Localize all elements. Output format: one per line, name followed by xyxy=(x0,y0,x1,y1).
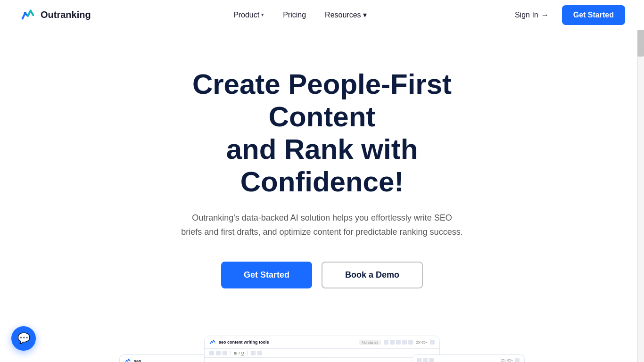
hero-buttons: Get Started Book a Demo xyxy=(221,262,423,288)
bold-label: B xyxy=(234,352,237,355)
icon-1 xyxy=(384,340,388,345)
chevron-down-icon: ▾ xyxy=(363,10,367,19)
chevron-down-icon: ▾ xyxy=(261,12,264,18)
main-title: seo content writing tools xyxy=(219,340,269,345)
nav-resources[interactable]: Resources ▾ xyxy=(317,7,374,23)
format-icon-2 xyxy=(216,351,221,355)
nav-pricing[interactable]: Pricing xyxy=(275,7,314,23)
get-started-hero-button[interactable]: Get Started xyxy=(221,262,312,288)
get-started-nav-button[interactable]: Get Started xyxy=(562,5,625,25)
mock-toolbar-main: seo content writing tools Not started 25… xyxy=(205,336,439,349)
nav-resources-label: Resources xyxy=(325,11,361,19)
signin-label: Sign In xyxy=(515,11,538,19)
refresh-icon xyxy=(430,340,435,345)
sep xyxy=(231,351,231,355)
hero-title: Create People-First Content and Rank wit… xyxy=(157,68,487,198)
score-indicator: 25/ 65+ xyxy=(416,341,427,344)
right-refresh xyxy=(515,358,520,362)
icon-2 xyxy=(390,340,395,345)
italic-label: I xyxy=(239,352,239,355)
icon-3 xyxy=(396,340,401,345)
format-icon-1 xyxy=(209,351,214,355)
screenshot-right: 25 / 65+ : 35 Outline builder Save templ… xyxy=(412,354,525,362)
signin-button[interactable]: Sign In → xyxy=(509,7,554,23)
link-icon xyxy=(251,351,256,355)
left-title: seo xyxy=(134,359,141,362)
arrow-right-icon: → xyxy=(541,11,549,19)
logo-text: Outranking xyxy=(41,9,91,20)
icon-5 xyxy=(408,340,413,345)
logo[interactable]: Outranking xyxy=(19,6,91,24)
screenshot-main: seo content writing tools Not started 25… xyxy=(204,336,440,362)
ri-1 xyxy=(417,358,421,362)
right-toolbar-icons xyxy=(417,358,434,362)
hero-subtitle: Outranking's data-backed AI solution hel… xyxy=(181,211,463,239)
format-icon-3 xyxy=(223,351,227,355)
mock-toolbar-right: 25 / 65+ xyxy=(412,355,524,362)
hero-title-line1: Create People-First Content xyxy=(192,68,452,132)
svg-point-0 xyxy=(24,12,26,15)
outranking-main-icon xyxy=(209,339,216,346)
nav-pricing-label: Pricing xyxy=(283,11,306,19)
nav-product[interactable]: Product ▾ xyxy=(226,7,272,23)
scrollbar[interactable] xyxy=(637,0,644,362)
sep2 xyxy=(247,351,248,355)
hero-section: Create People-First Content and Rank wit… xyxy=(0,30,644,336)
main-status: Not started xyxy=(359,340,381,345)
align-icon xyxy=(257,351,262,355)
screenshots-area: seo Status Last saved 9 hours ago Table … xyxy=(0,336,644,362)
ri-3 xyxy=(429,358,434,362)
navbar: Outranking Product ▾ Pricing Resources ▾… xyxy=(0,0,644,30)
right-score: 25 / 65+ xyxy=(501,359,513,362)
editor-area: Score Summary 25 / 100 WORD COUNT 45 xyxy=(205,358,322,362)
icon-4 xyxy=(402,340,407,345)
outranking-small-icon xyxy=(124,358,131,362)
logo-icon xyxy=(19,6,37,24)
navbar-actions: Sign In → Get Started xyxy=(509,5,625,25)
ri-2 xyxy=(423,358,428,362)
chat-icon: 💬 xyxy=(17,332,30,345)
toolbar-icons xyxy=(384,340,413,345)
hero-title-line2: and Rank with Confidence! xyxy=(226,133,418,197)
main-content-area: Score Summary 25 / 100 WORD COUNT 45 10 … xyxy=(205,358,439,362)
navbar-nav: Product ▾ Pricing Resources ▾ xyxy=(226,7,374,23)
chat-button[interactable]: 💬 xyxy=(11,326,36,351)
right-toolbar-right: 25 / 65+ xyxy=(501,358,520,362)
book-demo-button[interactable]: Book a Demo xyxy=(322,262,423,288)
underline-label: U xyxy=(241,352,244,355)
nav-product-label: Product xyxy=(233,11,259,19)
format-toolbar: B I U xyxy=(205,349,439,358)
